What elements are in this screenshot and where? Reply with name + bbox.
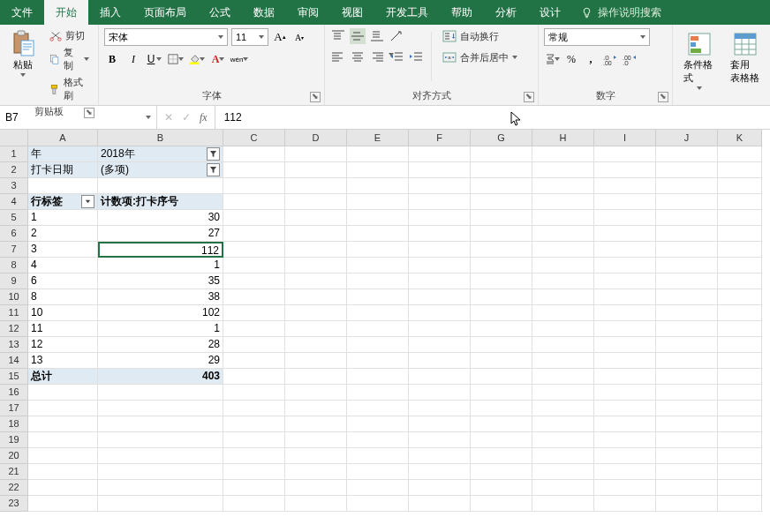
- cell[interactable]: [656, 401, 718, 416]
- row-header[interactable]: 17: [0, 401, 28, 416]
- cell[interactable]: [594, 210, 656, 226]
- cell[interactable]: 28: [98, 337, 223, 353]
- cell[interactable]: [594, 448, 656, 464]
- cell[interactable]: [98, 401, 223, 416]
- tab-review[interactable]: 审阅: [286, 0, 330, 25]
- tab-home[interactable]: 开始: [44, 0, 88, 25]
- merge-center-button[interactable]: a 合并后居中: [439, 49, 521, 65]
- cell[interactable]: [471, 496, 532, 512]
- column-header[interactable]: B: [98, 130, 223, 146]
- cell[interactable]: [532, 385, 594, 401]
- row-header[interactable]: 11: [0, 305, 28, 321]
- cell[interactable]: [223, 321, 285, 337]
- cell[interactable]: [409, 321, 471, 337]
- cell[interactable]: [347, 242, 409, 258]
- cell[interactable]: [223, 258, 285, 273]
- cell[interactable]: [532, 305, 594, 321]
- cell[interactable]: [718, 258, 762, 273]
- enter-formula-button[interactable]: ✓: [182, 111, 191, 124]
- cell[interactable]: 总计: [28, 369, 98, 385]
- cell[interactable]: [532, 178, 594, 194]
- cell[interactable]: 6: [28, 273, 98, 289]
- cell[interactable]: [594, 432, 656, 448]
- cell[interactable]: [285, 480, 347, 496]
- cell[interactable]: [409, 146, 471, 162]
- cell[interactable]: [98, 464, 223, 480]
- cell[interactable]: [594, 385, 656, 401]
- column-headers[interactable]: ABCDEFGHIJK: [28, 130, 762, 146]
- cell[interactable]: [532, 273, 594, 289]
- cell[interactable]: [409, 337, 471, 353]
- wrap-text-button[interactable]: 自动换行: [439, 28, 521, 44]
- cell[interactable]: [656, 337, 718, 353]
- underline-button[interactable]: U: [147, 51, 162, 67]
- cell[interactable]: [718, 321, 762, 337]
- align-left-button[interactable]: [330, 49, 346, 65]
- tab-developer[interactable]: 开发工具: [374, 0, 440, 25]
- cell[interactable]: [409, 210, 471, 226]
- cut-button[interactable]: 剪切: [46, 28, 93, 43]
- cell[interactable]: 行标签: [28, 194, 98, 210]
- cell[interactable]: 4: [28, 258, 98, 273]
- column-header[interactable]: D: [285, 130, 347, 146]
- conditional-formatting-button[interactable]: 条件格式: [678, 30, 720, 105]
- row-header[interactable]: 2: [0, 162, 28, 178]
- cell[interactable]: [28, 178, 98, 194]
- cell[interactable]: [718, 305, 762, 321]
- cell[interactable]: [594, 496, 656, 512]
- cell[interactable]: [471, 194, 532, 210]
- cell[interactable]: [594, 289, 656, 305]
- cell[interactable]: [594, 369, 656, 385]
- cell[interactable]: [718, 464, 762, 480]
- cell[interactable]: [594, 194, 656, 210]
- align-right-button[interactable]: [369, 49, 385, 65]
- cell[interactable]: [532, 496, 594, 512]
- cell[interactable]: [594, 464, 656, 480]
- column-header[interactable]: E: [347, 130, 409, 146]
- font-size-combo[interactable]: 11: [231, 28, 268, 46]
- cell[interactable]: [718, 242, 762, 258]
- increase-decimal-button[interactable]: .0.00: [602, 51, 618, 67]
- cell[interactable]: [28, 480, 98, 496]
- cell[interactable]: [347, 146, 409, 162]
- cell[interactable]: 29: [98, 353, 223, 369]
- cell[interactable]: [409, 416, 471, 432]
- cell[interactable]: [347, 448, 409, 464]
- cell[interactable]: [532, 448, 594, 464]
- cell[interactable]: [98, 385, 223, 401]
- bold-button[interactable]: B: [104, 51, 120, 67]
- cell[interactable]: [28, 385, 98, 401]
- row-header[interactable]: 9: [0, 273, 28, 289]
- cell[interactable]: [656, 242, 718, 258]
- cell[interactable]: [285, 321, 347, 337]
- cell[interactable]: [718, 432, 762, 448]
- row-headers[interactable]: 1234567891011121314151617181920212223: [0, 146, 28, 512]
- comma-button[interactable]: ,: [583, 51, 599, 67]
- cell[interactable]: [471, 369, 532, 385]
- cell[interactable]: [28, 464, 98, 480]
- paste-button[interactable]: 粘贴: [5, 28, 41, 103]
- cell[interactable]: [656, 178, 718, 194]
- cell[interactable]: [594, 416, 656, 432]
- cell[interactable]: [285, 385, 347, 401]
- cell[interactable]: 35: [98, 273, 223, 289]
- shrink-font-button[interactable]: A▾: [291, 29, 307, 45]
- accounting-format-button[interactable]: [544, 51, 560, 67]
- cell[interactable]: [409, 162, 471, 178]
- cell[interactable]: [656, 496, 718, 512]
- cell[interactable]: [718, 480, 762, 496]
- cell[interactable]: [223, 194, 285, 210]
- column-header[interactable]: K: [718, 130, 762, 146]
- cell[interactable]: [285, 194, 347, 210]
- row-header[interactable]: 14: [0, 353, 28, 369]
- cell[interactable]: [594, 178, 656, 194]
- cell[interactable]: [98, 496, 223, 512]
- percent-button[interactable]: %: [563, 51, 579, 67]
- cell[interactable]: [285, 448, 347, 464]
- cell[interactable]: [347, 369, 409, 385]
- cell[interactable]: [532, 369, 594, 385]
- cell[interactable]: [471, 480, 532, 496]
- cell[interactable]: [471, 273, 532, 289]
- row-header[interactable]: 21: [0, 464, 28, 480]
- cell[interactable]: [285, 353, 347, 369]
